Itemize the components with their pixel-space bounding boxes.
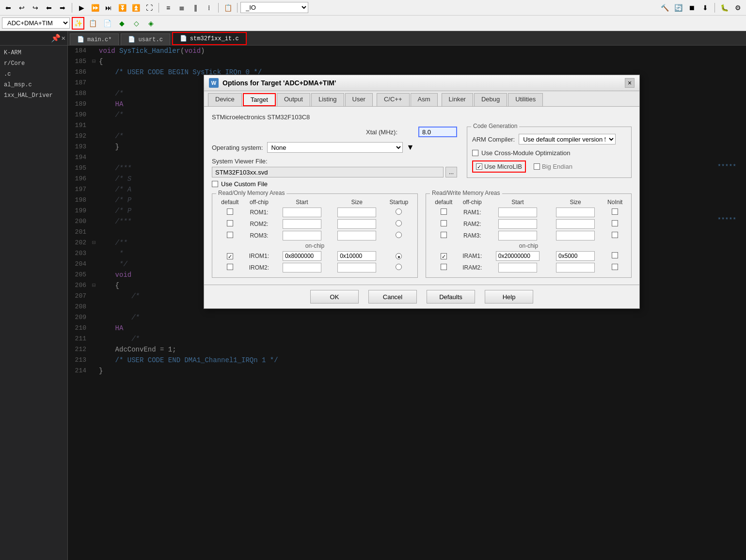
rw-start-1[interactable]	[498, 208, 537, 217]
rw-iram1-cb[interactable]	[441, 253, 447, 259]
ro-default-cb-3[interactable]	[227, 232, 233, 238]
toolbar-btn-3[interactable]: ↪	[29, 1, 42, 14]
ro-startup-rb-2[interactable]	[396, 220, 402, 226]
ro-irom1-size[interactable]	[337, 251, 376, 261]
rw-default-cb-3[interactable]	[441, 232, 447, 238]
cancel-button[interactable]: Cancel	[368, 290, 417, 304]
xtal-input[interactable]	[418, 127, 457, 137]
toolbar-btn-rebuild[interactable]: 🔄	[672, 1, 684, 14]
rw-noinit-cb-1[interactable]	[612, 208, 618, 215]
modal-close-button[interactable]: ×	[625, 78, 635, 88]
custom-file-checkbox[interactable]	[212, 181, 218, 187]
tab-stm32[interactable]: 📄 stm32f1xx_it.c	[172, 32, 247, 45]
ro-irom2-size[interactable]	[337, 263, 376, 272]
toolbar-btn-4[interactable]: ⬅	[43, 1, 55, 14]
ro-default-cb-2[interactable]	[227, 220, 233, 226]
modal-tab-linker[interactable]: Linker	[442, 93, 473, 106]
ro-size-3[interactable]	[337, 231, 376, 240]
paste-btn[interactable]: 📄	[101, 17, 113, 30]
ro-irom2-cb[interactable]	[227, 264, 233, 270]
os-dropdown-arrow[interactable]: ▼	[407, 143, 414, 152]
modal-tab-user[interactable]: User	[345, 93, 373, 106]
ro-irom2-start[interactable]	[283, 263, 321, 272]
rw-noinit-cb-2[interactable]	[612, 220, 618, 226]
ro-irom1-rb[interactable]	[396, 253, 402, 259]
ok-button[interactable]: OK	[310, 290, 359, 304]
rw-iram2-cb[interactable]	[441, 264, 447, 270]
rw-default-cb-2[interactable]	[441, 220, 447, 226]
os-select[interactable]: None	[267, 142, 403, 153]
ro-size-2[interactable]	[337, 219, 376, 229]
toolbar-btn-15[interactable]: ⁞	[203, 1, 215, 14]
toolbar-btn-12[interactable]: ≡	[162, 1, 175, 14]
ro-start-3[interactable]	[283, 231, 321, 240]
help-button[interactable]: Help	[485, 290, 533, 304]
tab-usart[interactable]: 📄 usart.c	[121, 33, 170, 45]
toolbar-btn-16[interactable]: 📋	[222, 1, 234, 14]
ro-startup-rb-1[interactable]	[396, 208, 402, 215]
copy-btn[interactable]: 📋	[86, 17, 99, 30]
toolbar-btn-7[interactable]: ⏩	[89, 1, 101, 14]
rw-iram1-size[interactable]	[556, 251, 595, 261]
rw-iram2-size[interactable]	[556, 263, 595, 272]
modal-tab-target[interactable]: Target	[243, 93, 276, 106]
rw-start-2[interactable]	[498, 219, 537, 229]
diamond2-btn[interactable]: ◇	[130, 17, 143, 30]
toolbar-btn-11[interactable]: ⛶	[143, 1, 156, 14]
rw-noinit-cb-3[interactable]	[612, 232, 618, 238]
modal-tab-output[interactable]: Output	[277, 93, 310, 106]
rw-iram1-start[interactable]	[496, 251, 540, 261]
modal-tab-device[interactable]: Device	[208, 93, 242, 106]
rw-size-3[interactable]	[556, 231, 595, 240]
toolbar-btn-build[interactable]: 🔨	[658, 1, 671, 14]
toolbar-btn-14[interactable]: ‖	[189, 1, 202, 14]
diamond1-btn[interactable]: ◆	[115, 17, 128, 30]
svd-input[interactable]	[212, 167, 444, 177]
ro-start-2[interactable]	[283, 219, 321, 229]
magic-wand-button[interactable]: ✨	[72, 17, 84, 30]
modal-tab-listing[interactable]: Listing	[311, 93, 344, 106]
toolbar-btn-stop[interactable]: ⏹	[685, 1, 698, 14]
defaults-button[interactable]: Defaults	[427, 290, 475, 304]
toolbar-btn-debug[interactable]: 🐛	[718, 1, 730, 14]
toolbar-btn-1[interactable]: ⬅	[2, 1, 15, 14]
ro-irom1-cb[interactable]	[227, 253, 233, 259]
modal-tab-asm[interactable]: Asm	[411, 93, 438, 106]
ro-startup-rb-3[interactable]	[396, 232, 402, 238]
toolbar-btn-2[interactable]: ↩	[16, 1, 28, 14]
rw-start-3[interactable]	[498, 231, 537, 240]
toolbar-btn-13[interactable]: ≣	[175, 1, 188, 14]
sidebar-close[interactable]: ✕	[62, 34, 65, 42]
code-editor[interactable]: 184 void SysTick_Handler(void) 185 ⊟ { 1…	[68, 46, 746, 560]
ro-irom2-rb[interactable]	[396, 264, 402, 270]
sidebar-item-msp[interactable]: al_msp.c	[0, 80, 67, 90]
toolbar-btn-10[interactable]: ⏫	[129, 1, 142, 14]
modal-tab-debug[interactable]: Debug	[474, 93, 507, 106]
ro-irom1-start[interactable]	[283, 251, 321, 261]
io-select[interactable]: _IO	[240, 2, 308, 13]
sidebar-item-core[interactable]: r/Core	[0, 58, 67, 69]
toolbar-btn-settings[interactable]: ⚙	[731, 1, 744, 14]
cross-module-checkbox[interactable]	[472, 150, 478, 156]
toolbar-btn-download[interactable]: ⬇	[699, 1, 712, 14]
ro-default-cb-1[interactable]	[227, 208, 233, 215]
target-dropdown[interactable]: ADC+DMA+TIM	[2, 17, 70, 29]
tab-main-c[interactable]: 📄 main.c*	[70, 33, 119, 45]
ro-start-1[interactable]	[283, 208, 321, 217]
modal-tab-utilities[interactable]: Utilities	[508, 93, 543, 106]
arm-compiler-select[interactable]: Use default compiler version 5	[519, 134, 616, 144]
rw-iram2-noinit[interactable]	[612, 264, 618, 270]
toolbar-btn-5[interactable]: ➡	[56, 1, 69, 14]
rw-iram1-noinit[interactable]	[612, 252, 618, 258]
toolbar-btn-8[interactable]: ⏭	[102, 1, 115, 14]
toolbar-btn-6[interactable]: ▶	[75, 1, 88, 14]
big-endian-checkbox[interactable]	[534, 163, 540, 170]
browse-button[interactable]: ...	[445, 167, 457, 177]
rw-size-2[interactable]	[556, 219, 595, 229]
sidebar-item-karm[interactable]: K-ARM	[0, 48, 67, 58]
sidebar-pin[interactable]: 📌	[51, 33, 61, 43]
rw-default-cb-1[interactable]	[441, 208, 447, 215]
ro-size-1[interactable]	[337, 208, 376, 217]
toolbar-btn-9[interactable]: ⏬	[116, 1, 128, 14]
sidebar-item-c[interactable]: .c	[0, 69, 67, 80]
